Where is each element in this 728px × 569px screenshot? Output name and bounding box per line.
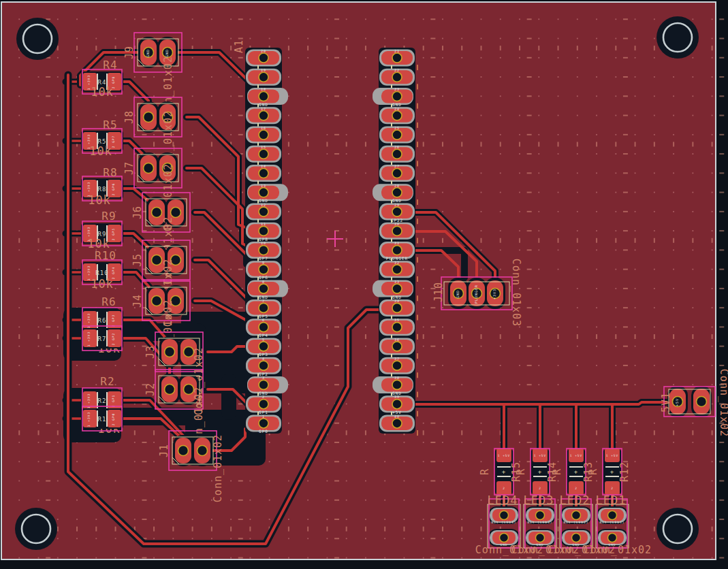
ref-des-J6[interactable]: J6: [131, 206, 144, 219]
footprint-name[interactable]: Conn_01x02: [212, 434, 224, 502]
ref-des-R12[interactable]: R12: [618, 461, 631, 482]
header-pad[interactable]: 15: [246, 145, 281, 163]
pad-hole[interactable]: [259, 361, 268, 370]
value-label[interactable]: R: [587, 468, 599, 475]
header-pad[interactable]: 1GP0: [246, 414, 281, 434]
pad-hole[interactable]: [608, 534, 617, 542]
header-pad[interactable]: 17: [246, 107, 281, 125]
header-pad[interactable]: 38GND: [373, 376, 413, 395]
header-pad[interactable]: 23GND: [373, 87, 413, 107]
header-pad[interactable]: 22: [379, 68, 415, 86]
header-pad[interactable]: 34: [379, 299, 415, 316]
pad-hole[interactable]: [392, 226, 402, 235]
pad-hole[interactable]: [500, 511, 509, 520]
header-pad[interactable]: 11GP8: [246, 222, 281, 242]
pad-hole[interactable]: [392, 169, 402, 178]
pad-hole[interactable]: [536, 534, 545, 542]
pad-hole[interactable]: [392, 207, 402, 216]
pad-hole[interactable]: [392, 342, 402, 351]
ref-des-R6[interactable]: R6: [101, 295, 116, 308]
header-pad[interactable]: 24: [379, 107, 415, 125]
pad-hole[interactable]: [259, 419, 268, 428]
ref-des-R9[interactable]: R9: [101, 210, 116, 223]
pcb-editor-canvas[interactable]: 201918GND1716151413GND1211GP810GP79GP68G…: [0, 0, 728, 569]
resistor-R7[interactable]: 1 +3V32 GP2R7: [81, 326, 123, 351]
value-label[interactable]: 10k: [91, 277, 114, 291]
pad-hole[interactable]: [259, 188, 268, 197]
ref-des-J1[interactable]: J1: [158, 444, 170, 457]
pad-hole[interactable]: [392, 284, 402, 293]
ref-des-R5[interactable]: R5: [103, 118, 117, 131]
pad-hole[interactable]: [165, 385, 175, 395]
pad-hole[interactable]: [152, 208, 162, 218]
ref-des-5V1[interactable]: 5V1: [660, 392, 672, 412]
pad-hole[interactable]: [392, 53, 402, 63]
ref-des-R10[interactable]: R10: [95, 249, 116, 262]
header-pad[interactable]: 31PLUNGER: [379, 241, 415, 261]
pad-hole[interactable]: [259, 226, 268, 235]
value-label[interactable]: 10k: [89, 144, 112, 158]
ref-des-J2[interactable]: J2: [144, 383, 157, 396]
pad-hole[interactable]: [392, 361, 402, 370]
pad-hole[interactable]: [259, 380, 268, 389]
header-pad[interactable]: 6GP4: [246, 318, 281, 338]
header-pad[interactable]: 36: [379, 338, 415, 355]
ref-des-R2[interactable]: R2: [100, 375, 114, 388]
pad-hole[interactable]: [392, 246, 402, 255]
header-pad[interactable]: 20: [246, 49, 281, 67]
pin-header-right[interactable]: 212223GND2425262728GND29GP223031PLUNGER3…: [373, 48, 418, 436]
ref-des-J7[interactable]: J7: [123, 161, 136, 175]
ref-des-R4[interactable]: R4: [103, 59, 117, 71]
header-pad[interactable]: 27: [379, 164, 415, 182]
pad-hole[interactable]: [152, 296, 162, 306]
pad-hole[interactable]: [259, 246, 268, 255]
pad-hole[interactable]: [259, 111, 268, 120]
header-pad[interactable]: 14: [246, 164, 281, 182]
ref-des-LED1[interactable]: LED1: [596, 493, 627, 507]
value-label[interactable]: 10k: [88, 193, 111, 207]
header-pad[interactable]: 21: [379, 49, 415, 67]
pad-hole[interactable]: [572, 534, 581, 542]
header-pad[interactable]: 12: [246, 203, 281, 221]
ref-des-J8[interactable]: J8: [123, 110, 136, 124]
pad-hole[interactable]: [392, 265, 402, 274]
footprint-name[interactable]: Conn_01x02: [718, 369, 728, 437]
header-pad[interactable]: 5GP3: [246, 338, 281, 357]
pad-hole[interactable]: [178, 446, 189, 456]
header-pad[interactable]: 9GP6: [246, 261, 281, 280]
header-pad[interactable]: 32: [379, 261, 415, 278]
pad-hole[interactable]: [392, 188, 402, 197]
ref-des-J9[interactable]: J9: [123, 46, 136, 59]
header-pad[interactable]: 13GND: [247, 184, 288, 204]
pad-hole[interactable]: [144, 112, 154, 123]
header-pad[interactable]: 10GP7: [246, 241, 281, 261]
footprint-name[interactable]: Conn_01x03: [510, 259, 522, 327]
header-pad[interactable]: 19: [246, 68, 281, 86]
pad-hole[interactable]: [259, 149, 268, 159]
header-pad[interactable]: 33GND: [373, 280, 413, 299]
header-pad[interactable]: 40: [379, 414, 415, 432]
mounting-hole[interactable]: [16, 18, 59, 60]
header-pad[interactable]: 25: [379, 126, 415, 144]
header-pad[interactable]: 8GND: [247, 280, 288, 299]
value-label[interactable]: R: [551, 468, 563, 475]
pad-hole[interactable]: [392, 92, 402, 101]
ref-des-LED3[interactable]: LED3: [524, 493, 554, 507]
ref-des-J5[interactable]: J5: [131, 253, 144, 267]
pcb-board-view[interactable]: 201918GND1716151413GND1211GP810GP79GP68G…: [0, 0, 728, 569]
value-label[interactable]: 10k: [91, 85, 114, 99]
pad-hole[interactable]: [536, 511, 545, 520]
header-pad[interactable]: 18GND: [247, 87, 288, 107]
footprint-name[interactable]: Conn_01x02: [584, 544, 652, 556]
pad-hole[interactable]: [259, 130, 268, 140]
pad-hole[interactable]: [259, 303, 268, 312]
pad-hole[interactable]: [259, 92, 268, 101]
pad-hole[interactable]: [259, 265, 268, 274]
ref-des-A1[interactable]: A1: [233, 39, 245, 53]
pad-hole[interactable]: [259, 72, 268, 82]
pad-hole[interactable]: [171, 208, 181, 218]
pad-hole[interactable]: [392, 72, 402, 82]
pad-hole[interactable]: [572, 511, 581, 520]
header-pad[interactable]: 26: [379, 145, 415, 163]
ref-des-R8[interactable]: R8: [103, 166, 117, 179]
